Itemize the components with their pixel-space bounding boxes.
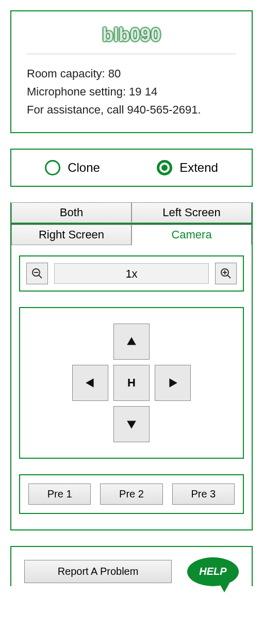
svg-marker-8 — [86, 378, 93, 388]
tab-left-screen[interactable]: Left Screen — [132, 202, 252, 223]
svg-line-4 — [227, 275, 231, 278]
svg-marker-9 — [169, 378, 177, 388]
help-button[interactable]: HELP — [187, 557, 239, 586]
zoom-in-icon — [220, 267, 232, 280]
room-mic: Microphone setting: 19 14 — [27, 83, 236, 101]
preset-3-button[interactable]: Pre 3 — [172, 484, 235, 505]
arrow-down-icon — [126, 418, 137, 430]
tab-row-1: Both Left Screen — [11, 202, 252, 224]
dpad-right-button[interactable] — [155, 365, 191, 401]
svg-marker-7 — [127, 337, 136, 345]
arrow-right-icon — [167, 377, 178, 389]
radio-extend[interactable]: Extend — [157, 160, 218, 175]
arrow-left-icon — [85, 377, 96, 389]
zoom-out-icon — [31, 267, 43, 280]
dpad-left-button[interactable] — [72, 365, 108, 401]
tab-camera[interactable]: Camera — [132, 224, 252, 245]
preset-2-button[interactable]: Pre 2 — [100, 484, 162, 505]
tab-row-2: Right Screen Camera — [11, 224, 252, 245]
room-title: blb090 — [27, 24, 236, 54]
radio-icon — [45, 160, 60, 175]
zoom-out-button[interactable] — [26, 263, 48, 284]
arrow-up-icon — [126, 336, 137, 347]
room-capacity: Room capacity: 80 — [27, 65, 236, 83]
preset-box: Pre 1 Pre 2 Pre 3 — [19, 474, 244, 514]
radio-icon-selected — [157, 160, 172, 175]
footer-row: Report A Problem HELP — [11, 547, 252, 586]
tab-both[interactable]: Both — [11, 202, 132, 223]
divider — [27, 54, 236, 54]
svg-line-1 — [39, 275, 42, 278]
radio-label-extend: Extend — [179, 160, 218, 175]
help-label: HELP — [199, 566, 226, 577]
display-mode-group: Clone Extend — [10, 149, 253, 187]
room-assist: For assistance, call 940-565-2691. — [27, 101, 236, 119]
zoom-display: 1x — [54, 263, 209, 284]
tab-body-camera: 1x H — [11, 245, 252, 529]
radio-label-clone: Clone — [68, 160, 100, 175]
report-problem-button[interactable]: Report A Problem — [24, 560, 172, 583]
dpad: H — [72, 324, 191, 442]
zoom-in-button[interactable] — [215, 263, 237, 284]
tabs-section: Both Left Screen Right Screen Camera 1x — [10, 202, 253, 530]
tab-right-screen[interactable]: Right Screen — [11, 224, 132, 245]
room-info-panel: blb090 Room capacity: 80 Microphone sett… — [10, 10, 253, 133]
svg-marker-10 — [127, 421, 136, 428]
zoom-row: 1x — [19, 255, 244, 292]
dpad-home-button[interactable]: H — [113, 365, 150, 401]
dpad-down-button[interactable] — [113, 406, 150, 442]
dpad-up-button[interactable] — [113, 324, 150, 360]
radio-clone[interactable]: Clone — [45, 160, 100, 175]
preset-1-button[interactable]: Pre 1 — [28, 484, 91, 505]
footer-panel: Report A Problem HELP — [10, 546, 253, 586]
dpad-box: H — [19, 307, 244, 459]
